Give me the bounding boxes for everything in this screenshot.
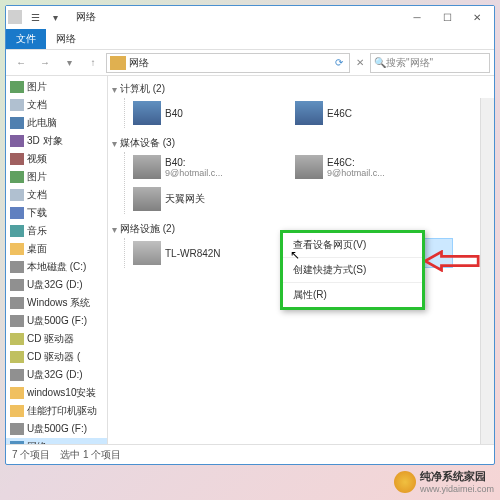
search-input[interactable]: 🔍 搜索"网络" [370, 53, 490, 73]
item-icon [295, 101, 323, 125]
tree-item-label: 下载 [27, 206, 47, 220]
tree-item[interactable]: CD 驱动器 [6, 330, 107, 348]
tree-item-icon [10, 243, 24, 255]
refresh-icon[interactable]: ⟳ [329, 57, 349, 68]
tree-item-label: 本地磁盘 (C:) [27, 260, 86, 274]
tree-item-label: 视频 [27, 152, 47, 166]
nav-toolbar: ← → ▾ ↑ 网络 ⟳ ✕ 🔍 搜索"网络" [6, 50, 494, 76]
menu-view-device-page[interactable]: 查看设备网页(V) [283, 233, 422, 258]
tree-item[interactable]: 此电脑 [6, 114, 107, 132]
tree-item-label: 3D 对象 [27, 134, 63, 148]
recent-dropdown-icon[interactable]: ▾ [58, 53, 80, 73]
watermark: 纯净系统家园 www.yidaimei.com [394, 469, 494, 494]
item-name: E46C [327, 108, 352, 119]
content-group: ▾媒体设备 (3)B40:9@hotmail.c...E46C:9@hotmai… [112, 134, 490, 214]
tree-item-label: 音乐 [27, 224, 47, 238]
watermark-title: 纯净系统家园 [420, 469, 494, 484]
tree-item[interactable]: U盘32G (D:) [6, 366, 107, 384]
quick-access-toolbar: ☰ ▾ [26, 9, 64, 25]
maximize-button[interactable]: ☐ [432, 7, 462, 27]
tree-item-icon [10, 333, 24, 345]
address-bar[interactable]: 网络 ⟳ [106, 53, 350, 73]
list-item[interactable]: B40 [131, 98, 291, 128]
status-count: 7 个项目 [12, 448, 50, 462]
tree-item[interactable]: U盘500G (F:) [6, 312, 107, 330]
tree-item[interactable]: 文档 [6, 186, 107, 204]
tree-item-icon [10, 225, 24, 237]
tree-item-icon [10, 189, 24, 201]
tree-item-icon [10, 297, 24, 309]
titlebar: ☰ ▾ 网络 ─ ☐ ✕ [6, 6, 494, 28]
tree-item[interactable]: 音乐 [6, 222, 107, 240]
tree-item[interactable]: 3D 对象 [6, 132, 107, 150]
tree-item[interactable]: 本地磁盘 (C:) [6, 258, 107, 276]
address-clear-icon[interactable]: ✕ [352, 57, 368, 68]
status-bar: 7 个项目 选中 1 个项目 [6, 444, 494, 464]
context-menu: 查看设备网页(V) 创建快捷方式(S) 属性(R) [280, 230, 425, 310]
network-tab[interactable]: 网络 [46, 29, 86, 49]
tree-item-icon [10, 135, 24, 147]
group-title: 网络设施 (2) [120, 222, 175, 236]
tree-item[interactable]: CD 驱动器 ( [6, 348, 107, 366]
tree-item-label: CD 驱动器 [27, 332, 74, 346]
tree-item[interactable]: 桌面 [6, 240, 107, 258]
group-header[interactable]: ▾媒体设备 (3) [112, 134, 490, 152]
location-icon [110, 56, 126, 70]
menu-create-shortcut[interactable]: 创建快捷方式(S) [283, 258, 422, 283]
chevron-down-icon: ▾ [112, 138, 117, 149]
item-icon [133, 101, 161, 125]
qat-dropdown-icon[interactable]: ▾ [46, 9, 64, 25]
tree-item-label: 图片 [27, 170, 47, 184]
tree-item[interactable]: 图片 [6, 78, 107, 96]
item-icon [133, 187, 161, 211]
list-item[interactable]: E46C:9@hotmail.c... [293, 152, 453, 182]
item-icon [133, 155, 161, 179]
scrollbar[interactable] [480, 98, 494, 444]
tree-item-label: CD 驱动器 ( [27, 350, 80, 364]
menu-properties[interactable]: 属性(R) [283, 283, 422, 307]
list-item[interactable]: B40:9@hotmail.c... [131, 152, 291, 182]
back-button[interactable]: ← [10, 53, 32, 73]
group-header[interactable]: ▾计算机 (2) [112, 80, 490, 98]
tree-item-icon [10, 261, 24, 273]
file-tab[interactable]: 文件 [6, 29, 46, 49]
tree-item[interactable]: Windows 系统 [6, 294, 107, 312]
tree-item-icon [10, 423, 24, 435]
tree-item[interactable]: 视频 [6, 150, 107, 168]
tree-item-icon [10, 279, 24, 291]
app-icon [8, 10, 22, 24]
tree-item[interactable]: 图片 [6, 168, 107, 186]
nav-tree[interactable]: 图片文档此电脑3D 对象视频图片文档下载音乐桌面本地磁盘 (C:)U盘32G (… [6, 76, 108, 444]
item-subtitle: 9@hotmail.c... [327, 168, 385, 178]
list-item[interactable]: E46C [293, 98, 453, 128]
tree-item[interactable]: 下载 [6, 204, 107, 222]
tree-item[interactable]: U盘32G (D:) [6, 276, 107, 294]
tree-item-label: 佳能打印机驱动 [27, 404, 97, 418]
item-name: TL-WR842N [165, 248, 221, 259]
tree-item-icon [10, 99, 24, 111]
watermark-logo-icon [394, 471, 416, 493]
tree-item-icon [10, 153, 24, 165]
tree-item[interactable]: 佳能打印机驱动 [6, 402, 107, 420]
forward-button[interactable]: → [34, 53, 56, 73]
tree-item-label: U盘500G (F:) [27, 314, 87, 328]
tree-item-icon [10, 387, 24, 399]
item-icon [295, 155, 323, 179]
list-item[interactable]: 天翼网关 [131, 184, 291, 214]
close-button[interactable]: ✕ [462, 7, 492, 27]
tree-item-icon [10, 207, 24, 219]
address-text: 网络 [129, 56, 149, 70]
qat-properties-icon[interactable]: ☰ [26, 9, 44, 25]
tree-item-icon [10, 117, 24, 129]
item-subtitle: 9@hotmail.c... [165, 168, 223, 178]
tree-item[interactable]: U盘500G (F:) [6, 420, 107, 438]
tree-item[interactable]: 文档 [6, 96, 107, 114]
up-button[interactable]: ↑ [82, 53, 104, 73]
list-item[interactable]: TL-WR842N [131, 238, 291, 268]
minimize-button[interactable]: ─ [402, 7, 432, 27]
tree-item-icon [10, 81, 24, 93]
item-name: 天翼网关 [165, 192, 205, 206]
tree-item[interactable]: windows10安装 [6, 384, 107, 402]
chevron-down-icon: ▾ [112, 224, 117, 235]
tree-item-label: U盘500G (F:) [27, 422, 87, 436]
